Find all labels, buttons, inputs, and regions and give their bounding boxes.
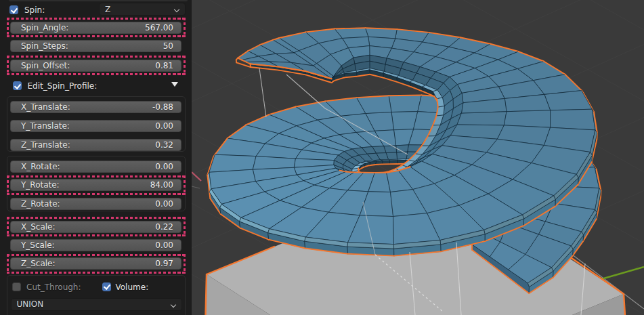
z-rotate-label: Z_Rotate: (21, 199, 60, 209)
edit-spin-profile-checkbox[interactable] (13, 81, 22, 90)
z-rotate-value: 0.00 (155, 199, 173, 209)
z-rotate-field[interactable]: Z_Rotate: 0.00 (10, 198, 181, 210)
x-rotate-value: 0.00 (155, 162, 173, 171)
z-scale-label: Z_Scale: (21, 259, 56, 268)
spin-axis-dropdown[interactable]: Z (99, 3, 186, 16)
z-scale-value: 0.97 (155, 259, 173, 268)
spin-angle-field[interactable]: Spin_Angle: 567.00 (10, 22, 181, 34)
spin-offset-field[interactable]: Spin_Offset: 0.81 (10, 60, 181, 72)
spin-label: Spin: (24, 5, 45, 15)
z-translate-field[interactable]: Z_Translate: 0.32 (10, 139, 181, 151)
3d-viewport[interactable] (192, 0, 644, 315)
z-scale-field[interactable]: Z_Scale: 0.97 (10, 257, 181, 270)
chevron-down-icon (175, 7, 179, 12)
spin-steps-label: Spin_Steps: (21, 41, 68, 51)
spin-offset-value: 0.81 (155, 61, 173, 70)
spin-offset-label: Spin_Offset: (21, 61, 70, 70)
spin-angle-label: Spin_Angle: (21, 23, 68, 33)
spin-angle-value: 567.00 (145, 23, 173, 33)
x-scale-field[interactable]: X_Scale: 0.22 (10, 221, 181, 233)
edit-spin-profile-label: Edit_Spin_Profile: (28, 81, 98, 91)
clipped-widget-above (9, 0, 188, 1)
spin-checkbox[interactable] (9, 5, 18, 14)
y-translate-value: 0.00 (155, 121, 173, 131)
z-translate-value: 0.32 (155, 140, 173, 150)
y-rotate-field[interactable]: Y_Rotate: 84.00 (10, 179, 181, 191)
operation-value: UNION (17, 299, 44, 309)
x-scale-label: X_Scale: (21, 222, 56, 232)
y-scale-label: Y_Scale: (21, 240, 55, 250)
y-scale-field[interactable]: Y_Scale: 0.00 (10, 239, 181, 251)
volume-label: Volume: (116, 282, 149, 292)
y-scale-value: 0.00 (155, 240, 173, 250)
spin-steps-value: 50 (163, 41, 173, 51)
cut-through-checkbox[interactable] (12, 282, 21, 291)
properties-panel: Spin: Z Spin_Angle: 567.00 Spin_Steps: 5… (0, 0, 192, 315)
cut-through-label: Cut_Through: (26, 282, 81, 292)
x-translate-field[interactable]: X_Translate: -0.88 (10, 101, 181, 113)
collapse-triangle-icon[interactable] (171, 82, 178, 87)
x-rotate-field[interactable]: X_Rotate: 0.00 (10, 161, 181, 173)
y-rotate-label: Y_Rotate: (21, 180, 60, 190)
x-translate-value: -0.88 (152, 102, 173, 112)
x-scale-value: 0.22 (155, 222, 173, 232)
y-translate-label: Y_Translate: (21, 121, 70, 131)
y-translate-field[interactable]: Y_Translate: 0.00 (10, 120, 181, 132)
spin-steps-field[interactable]: Spin_Steps: 50 (10, 40, 181, 52)
spin-axis-value: Z (105, 5, 110, 14)
blender-window: Spin: Z Spin_Angle: 567.00 Spin_Steps: 5… (0, 0, 644, 315)
operation-dropdown[interactable]: UNION (11, 298, 182, 311)
y-rotate-value: 84.00 (150, 180, 173, 190)
x-translate-label: X_Translate: (21, 102, 70, 112)
chevron-down-icon (171, 303, 176, 308)
z-translate-label: Z_Translate: (21, 140, 70, 150)
volume-checkbox[interactable] (102, 282, 111, 291)
x-rotate-label: X_Rotate: (21, 162, 60, 171)
